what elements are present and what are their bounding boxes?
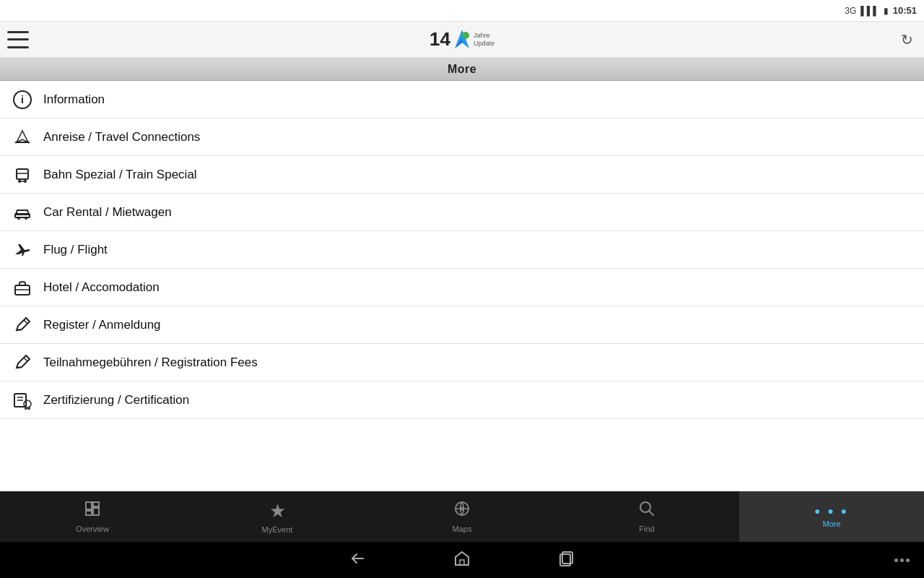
logo-bird-icon [452,27,472,53]
menu-item-fees[interactable]: Teilnahmegebühren / Registration Fees [0,344,924,381]
nav-overview[interactable]: Overview [0,491,185,542]
bottom-nav: Overview ★ MyEvent Maps Find ● ● ● More [0,491,924,542]
register-label: Register / Anmeldung [43,318,161,332]
train-icon [12,164,33,186]
nav-myevent[interactable]: ★ MyEvent [185,491,370,542]
svg-marker-5 [17,131,28,142]
menu-item-information[interactable]: i Information [0,81,924,118]
svg-rect-28 [86,511,92,515]
svg-line-21 [24,358,27,361]
flight-label: Flug / Flight [43,243,108,257]
more-dots-icon: ● ● ● [814,505,849,517]
more-label: More [822,519,840,528]
information-label: Information [43,92,105,107]
svg-rect-30 [93,508,99,515]
find-label: Find [639,525,654,533]
time-display: 10:51 [893,5,917,16]
menu-item-hotel[interactable]: Hotel / Accomodation [0,269,924,306]
system-bar [0,542,924,578]
hamburger-button[interactable] [7,31,29,48]
maps-label: Maps [453,525,472,533]
information-icon: i [12,89,33,111]
nav-find[interactable]: Find [554,491,739,542]
app-header: 14 Jahre Update ↻ [0,22,924,58]
nav-more[interactable]: ● ● ● More [739,491,924,542]
flight-icon [12,239,33,261]
svg-point-15 [17,217,20,220]
fees-icon [12,352,33,374]
find-icon [638,500,655,522]
hotel-icon [12,277,33,298]
section-title: More [448,63,476,76]
menu-item-cert[interactable]: Zertifizierung / Certification [0,381,924,419]
cert-label: Zertifizierung / Certification [43,393,189,407]
app-logo: 14 Jahre Update [430,27,494,53]
train-label: Bahn Spezial / Train Special [43,168,197,182]
maps-icon [453,500,471,522]
network-indicator: 3G [845,6,856,16]
logo-number: 14 [430,28,450,51]
svg-line-19 [24,320,27,324]
sys-more-dots[interactable] [894,558,910,562]
svg-text:i: i [21,94,24,105]
myevent-icon: ★ [269,500,286,522]
signal-icon: ▌▌▌ [860,6,879,16]
status-bar: 3G ▌▌▌ ▮ 10:51 [0,0,924,22]
menu-list: i Information Anreise / Travel Connectio… [0,81,924,419]
overview-icon [84,500,101,522]
travel-label: Anreise / Travel Connections [43,130,200,144]
section-header: More [0,58,924,81]
svg-rect-14 [15,214,30,217]
hotel-label: Hotel / Accomodation [43,280,160,295]
refresh-button[interactable]: ↻ [897,30,917,50]
svg-rect-29 [93,502,99,506]
svg-line-35 [649,511,653,515]
overview-label: Overview [76,525,109,533]
logo-subtitle: Jahre Update [474,32,494,48]
nav-maps[interactable]: Maps [370,491,554,542]
register-icon [12,314,33,336]
menu-item-register[interactable]: Register / Anmeldung [0,306,924,344]
home-button[interactable] [453,550,471,571]
svg-point-2 [462,32,469,39]
svg-rect-36 [460,560,464,565]
travel-icon [12,126,33,148]
recent-button[interactable] [557,550,575,571]
svg-rect-27 [86,502,92,509]
cert-icon [12,389,33,411]
fees-label: Teilnahmegebühren / Registration Fees [43,355,258,370]
svg-point-16 [25,217,27,220]
menu-item-car[interactable]: Car Rental / Mietwagen [0,194,924,231]
svg-rect-7 [17,169,28,179]
car-label: Car Rental / Mietwagen [43,205,172,220]
myevent-label: MyEvent [262,525,293,534]
back-button[interactable] [349,550,367,571]
menu-item-train[interactable]: Bahn Spezial / Train Special [0,156,924,194]
svg-point-24 [24,400,31,407]
menu-item-travel[interactable]: Anreise / Travel Connections [0,118,924,156]
car-icon [12,202,33,223]
battery-icon: ▮ [884,6,889,16]
menu-item-flight[interactable]: Flug / Flight [0,231,924,269]
